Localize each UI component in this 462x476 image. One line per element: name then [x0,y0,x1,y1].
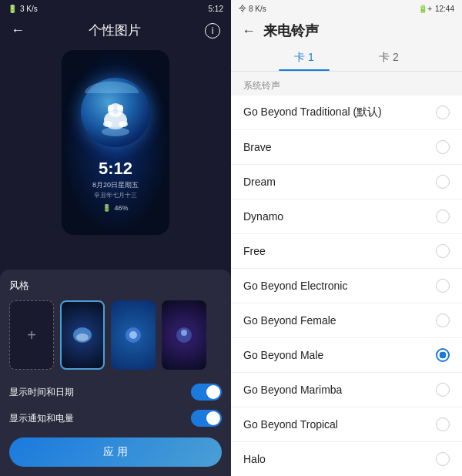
ringtone-item[interactable]: Go Beyond Traditional (默认) [231,96,462,130]
thumb-1-icon [71,323,94,347]
polar-bear-scene [77,74,154,151]
ringtone-name: Go Beyond Traditional (默认) [243,106,382,119]
ringtone-item[interactable]: Go Beyond Electronic [231,269,462,303]
style-thumbnails: + [9,300,222,370]
radio-button[interactable] [436,383,450,397]
right-time-display: 12:44 [435,5,454,13]
preview-time: 5:12 [99,159,132,179]
svg-point-4 [113,109,118,114]
ringtone-name: Dynamo [243,210,283,223]
wallpaper-preview: 5:12 8月20日星期五 辛丑年七月十三 🔋 46% [62,50,169,235]
info-icon: i [212,25,214,36]
left-status-time: 5:12 [209,5,223,13]
ringtone-name: Go Beyond Tropical [243,418,338,431]
svg-point-9 [76,334,89,341]
right-network-icon: 令 [239,3,246,14]
left-status-network: 🔋 3 K/s [8,5,38,13]
right-status-bar: 令 8 K/s 🔋+ 12:44 [231,0,462,17]
svg-point-6 [119,121,128,127]
toggle-datetime-label: 显示时间和日期 [9,386,74,399]
svg-point-2 [108,105,114,111]
style-thumb-1[interactable] [60,300,105,370]
network-icon: 🔋 [8,5,17,13]
svg-point-13 [181,330,187,336]
right-panel: 令 8 K/s 🔋+ 12:44 ← 来电铃声 卡 1 卡 2 系统铃声 Go … [231,0,462,476]
ringtone-name: Brave [243,141,272,153]
toggle-datetime[interactable] [191,384,222,401]
add-style-thumb[interactable]: + [9,300,54,370]
ringtone-item[interactable]: Dream [231,165,462,199]
svg-point-5 [103,121,112,127]
style-title: 风格 [9,279,222,293]
add-icon: + [27,327,36,344]
radio-button[interactable] [436,106,450,119]
left-status-bar: 🔋 3 K/s 5:12 [0,0,231,17]
ringtone-name: Go Beyond Marimba [243,384,342,396]
toggle-notifications[interactable] [191,410,222,427]
radio-button[interactable] [436,417,450,431]
ringtone-item[interactable]: Go Beyond Male [231,338,462,373]
toggle-datetime-row: 显示时间和日期 [9,379,222,405]
svg-point-11 [129,331,137,339]
tabs-row: 卡 1 卡 2 [231,45,462,72]
ringtone-name: Go Beyond Electronic [243,280,347,292]
preview-date: 8月20日星期五 [92,180,139,190]
radio-button[interactable] [436,348,450,362]
apply-button[interactable]: 应 用 [9,437,222,467]
right-status-time: 🔋+ 12:44 [418,5,454,13]
battery-level: 46% [114,204,128,212]
tab-card-1[interactable]: 卡 1 [262,45,346,71]
back-button-right[interactable]: ← [242,23,256,39]
ringtone-name: Go Beyond Female [243,314,336,327]
ringtone-item[interactable]: Brave [231,130,462,165]
preview-lunar-date: 辛丑年七月十三 [94,191,137,199]
bear-svg [81,78,150,147]
style-thumb-3[interactable] [162,300,206,370]
ringtone-list: Go Beyond Traditional (默认)BraveDreamDyna… [231,96,462,476]
right-battery-icon: 🔋+ [418,5,432,13]
ringtone-item[interactable]: Dynamo [231,199,462,234]
left-top-bar: ← 个性图片 i [0,17,231,44]
svg-point-7 [102,127,129,136]
style-section: 风格 + [0,270,231,476]
style-thumb-2[interactable] [111,300,156,370]
radio-button[interactable] [436,313,450,327]
right-page-title: 来电铃声 [263,22,319,40]
ringtone-section-header: 系统铃声 [231,72,462,96]
radio-button[interactable] [436,210,450,223]
ringtone-item[interactable]: Go Beyond Marimba [231,373,462,407]
info-button[interactable]: i [205,23,220,39]
ringtone-item[interactable]: Free [231,234,462,269]
radio-button[interactable] [436,140,450,154]
ringtone-name: Halo [243,453,266,465]
left-panel: 🔋 3 K/s 5:12 ← 个性图片 i [0,0,231,476]
thumb-2-icon [122,323,145,347]
preview-battery: 🔋 46% [102,204,128,212]
toggle-notifications-row: 显示通知和电量 [9,405,222,431]
ringtone-item[interactable]: Go Beyond Tropical [231,407,462,442]
radio-button[interactable] [436,452,450,466]
ringtone-name: Free [243,245,266,257]
svg-point-3 [117,105,123,111]
battery-icon: 🔋 [102,204,111,212]
back-button-left[interactable]: ← [11,22,25,39]
right-top-bar: ← 来电铃声 [231,17,462,45]
left-page-title: 个性图片 [89,22,141,39]
radio-button[interactable] [436,175,450,189]
tab-card-2[interactable]: 卡 2 [346,45,431,71]
right-status-network: 令 8 K/s [239,3,266,14]
time-display-left: 5:12 [209,5,223,13]
thumb-3-icon [172,323,196,347]
right-network-speed: 8 K/s [249,5,266,13]
network-speed: 3 K/s [20,5,38,13]
radio-button[interactable] [436,279,450,293]
radio-button[interactable] [436,244,450,258]
ringtone-item[interactable]: Go Beyond Female [231,303,462,338]
ringtone-name: Dream [243,176,276,188]
ringtone-item[interactable]: Halo [231,442,462,476]
toggle-notifications-label: 显示通知和电量 [9,412,74,425]
ringtone-name: Go Beyond Male [243,349,323,361]
